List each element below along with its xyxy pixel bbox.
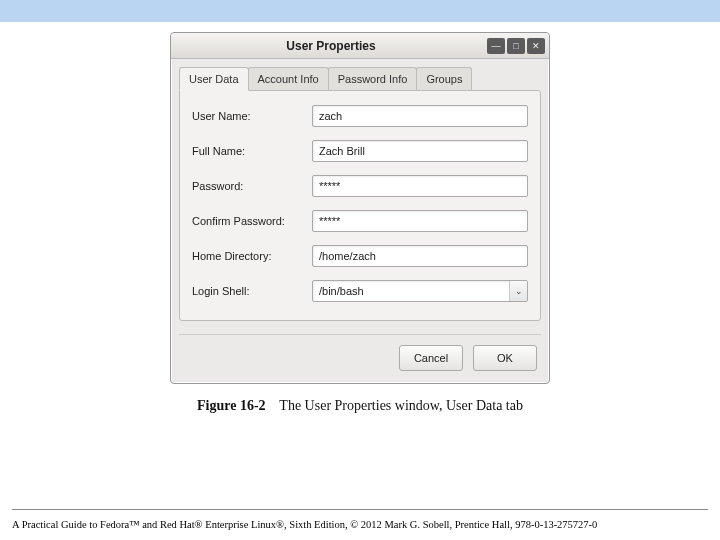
maximize-button[interactable]: □ bbox=[507, 38, 525, 54]
combo-login-shell[interactable]: /bin/bash ⌄ bbox=[312, 280, 528, 302]
user-properties-window: User Properties — □ ✕ User Data Account … bbox=[170, 32, 550, 384]
footer-text: A Practical Guide to Fedora™ and Red Hat… bbox=[12, 519, 708, 530]
close-button[interactable]: ✕ bbox=[527, 38, 545, 54]
window-controls: — □ ✕ bbox=[487, 38, 545, 54]
ok-button[interactable]: OK bbox=[473, 345, 537, 371]
input-confirm-password[interactable] bbox=[312, 210, 528, 232]
tab-account-info[interactable]: Account Info bbox=[248, 67, 329, 91]
label-login-shell: Login Shell: bbox=[192, 285, 312, 297]
tab-user-data[interactable]: User Data bbox=[179, 67, 249, 91]
figure-caption: Figure 16-2 The User Properties window, … bbox=[197, 398, 523, 414]
maximize-icon: □ bbox=[513, 41, 518, 51]
row-login-shell: Login Shell: /bin/bash ⌄ bbox=[192, 280, 528, 302]
label-confirm-password: Confirm Password: bbox=[192, 215, 312, 227]
row-username: User Name: bbox=[192, 105, 528, 127]
combo-login-shell-value: /bin/bash bbox=[313, 285, 509, 297]
row-confirm-password: Confirm Password: bbox=[192, 210, 528, 232]
footer-divider bbox=[12, 509, 708, 510]
tab-strip: User Data Account Info Password Info Gro… bbox=[171, 59, 549, 91]
label-home-directory: Home Directory: bbox=[192, 250, 312, 262]
close-icon: ✕ bbox=[532, 41, 540, 51]
slide-top-bar bbox=[0, 0, 720, 22]
figure-wrap: User Properties — □ ✕ User Data Account … bbox=[0, 22, 720, 414]
label-fullname: Full Name: bbox=[192, 145, 312, 157]
input-username[interactable] bbox=[312, 105, 528, 127]
chevron-down-icon: ⌄ bbox=[515, 286, 523, 296]
cancel-button[interactable]: Cancel bbox=[399, 345, 463, 371]
input-home-directory[interactable] bbox=[312, 245, 528, 267]
tab-password-info[interactable]: Password Info bbox=[328, 67, 418, 91]
cancel-button-label: Cancel bbox=[414, 352, 448, 364]
input-password[interactable] bbox=[312, 175, 528, 197]
minimize-icon: — bbox=[492, 41, 501, 51]
tab-groups[interactable]: Groups bbox=[416, 67, 472, 91]
label-username: User Name: bbox=[192, 110, 312, 122]
tab-panel-user-data: User Name: Full Name: Password: Confirm … bbox=[179, 90, 541, 321]
minimize-button[interactable]: — bbox=[487, 38, 505, 54]
row-home-directory: Home Directory: bbox=[192, 245, 528, 267]
figure-label: Figure 16-2 bbox=[197, 398, 266, 413]
input-fullname[interactable] bbox=[312, 140, 528, 162]
combo-login-shell-arrow[interactable]: ⌄ bbox=[509, 281, 527, 301]
window-title: User Properties bbox=[175, 39, 487, 53]
row-fullname: Full Name: bbox=[192, 140, 528, 162]
row-password: Password: bbox=[192, 175, 528, 197]
label-password: Password: bbox=[192, 180, 312, 192]
figure-text: The User Properties window, User Data ta… bbox=[279, 398, 523, 413]
ok-button-label: OK bbox=[497, 352, 513, 364]
dialog-button-row: Cancel OK bbox=[171, 335, 549, 383]
titlebar: User Properties — □ ✕ bbox=[171, 33, 549, 59]
